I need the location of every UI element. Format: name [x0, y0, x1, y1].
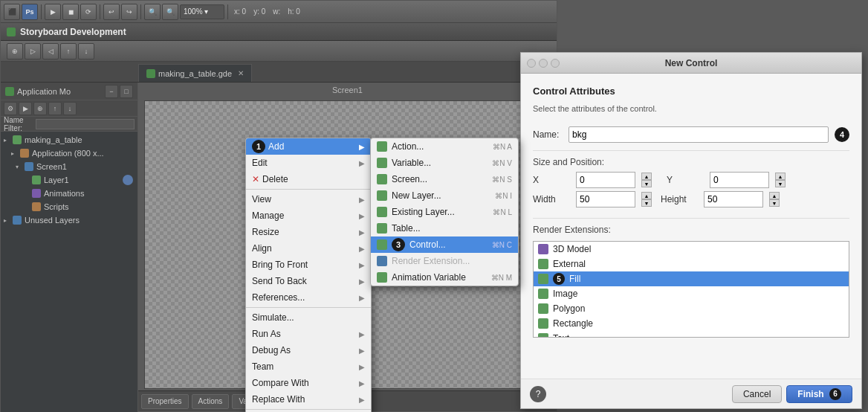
menu-item-delete[interactable]: ✕ Delete	[246, 171, 371, 187]
submenu-control[interactable]: 3 Control... ⌘N C	[371, 236, 518, 253]
win-close[interactable]	[527, 59, 536, 68]
name-filter-input[interactable]	[36, 119, 135, 129]
menu-item-bring-front[interactable]: Bring To Front ▶	[246, 257, 371, 273]
ctb-btn-2[interactable]: ▷	[25, 43, 41, 59]
lp-btn-5[interactable]: ↓	[63, 102, 77, 115]
lp-btn-4[interactable]: ↑	[48, 102, 62, 115]
menu-item-team[interactable]: Team ▶	[246, 358, 371, 375]
submenu-new-layer[interactable]: New Layer... ⌘N I	[371, 187, 518, 204]
render-label-text: Text	[553, 333, 569, 338]
tree-app[interactable]: ▸ Application (800 x...	[2, 147, 136, 160]
width-down[interactable]: ▼	[641, 199, 652, 207]
sub-icon-control	[377, 239, 387, 250]
storyboard-icon	[7, 28, 16, 36]
left-panel-title: Application Mo	[17, 87, 71, 96]
toolbar-btn-4[interactable]: ⟳	[80, 4, 97, 20]
menu-item-run-as[interactable]: Run As ▶	[246, 326, 371, 342]
width-input[interactable]	[576, 191, 635, 207]
submenu-anim-var[interactable]: Animation Variable ⌘N M	[371, 269, 518, 286]
height-down[interactable]: ▼	[769, 199, 780, 207]
menu-item-align[interactable]: Align ▶	[246, 240, 371, 257]
toolbar-btn-6[interactable]: ↪	[121, 4, 137, 20]
y-down[interactable]: ▼	[775, 180, 786, 187]
toolbar-btn-5[interactable]: ↩	[103, 4, 120, 20]
x-input[interactable]	[576, 172, 635, 188]
render-item-fill[interactable]: 5 Fill	[534, 271, 849, 286]
render-item-image[interactable]: Image	[534, 286, 849, 301]
ctb-btn-4[interactable]: ↑	[60, 43, 77, 59]
menu-item-references[interactable]: References... ▶	[246, 289, 371, 306]
name-filter-label: Name Filter:	[4, 116, 33, 132]
toolbar-btn-ps[interactable]: Ps	[22, 4, 38, 20]
bottom-tab-properties[interactable]: Properties	[141, 394, 189, 409]
height-input[interactable]	[704, 191, 763, 207]
name-row: Name: 4	[533, 126, 849, 143]
menu-item-compare[interactable]: Compare With ▶	[246, 375, 371, 391]
tree-icon-unused	[13, 216, 22, 225]
render-item-text[interactable]: Text	[534, 331, 849, 338]
bottom-tab-actions[interactable]: Actions	[192, 394, 230, 409]
menu-edit-label: Edit	[252, 158, 268, 168]
tree-label-root: making_a_table	[25, 135, 82, 144]
win-min[interactable]	[539, 59, 548, 68]
menu-item-edit[interactable]: Edit ▶	[246, 155, 371, 171]
menu-item-replace[interactable]: Replace With ▶	[246, 391, 371, 408]
menu-item-resize[interactable]: Resize ▶	[246, 224, 371, 240]
sub-label-render-ext: Render Extension...	[392, 256, 470, 266]
coord-x: x: 0	[231, 7, 249, 16]
width-up[interactable]: ▲	[641, 192, 652, 199]
submenu-existing-layer[interactable]: Existing Layer... ⌘N L	[371, 204, 518, 220]
zoom-dropdown[interactable]: 100% ▾	[180, 4, 224, 19]
menu-item-add[interactable]: 1 Add ▶	[246, 138, 371, 155]
tree-unused[interactable]: ▸ Unused Layers	[2, 213, 136, 227]
submenu-variable[interactable]: Variable... ⌘N V	[371, 155, 518, 171]
tree-scripts[interactable]: . Scripts	[2, 200, 136, 213]
ctb-btn-3[interactable]: ◁	[42, 43, 59, 59]
render-item-polygon[interactable]: Polygon	[534, 301, 849, 316]
lp-btn-2[interactable]: ▶	[19, 102, 32, 115]
toolbar-btn-3[interactable]: ◼	[62, 4, 79, 20]
y-up[interactable]: ▲	[775, 173, 786, 180]
lbp-maximize[interactable]: □	[120, 85, 133, 98]
menu-run-label: Run As	[252, 329, 281, 339]
file-tab-close[interactable]: ✕	[238, 69, 244, 77]
ctb-btn-1[interactable]: ⊕	[7, 43, 23, 59]
eye-icon-layer1[interactable]	[123, 175, 133, 185]
menu-item-simulate[interactable]: Simulate...	[246, 309, 371, 326]
lp-btn-1[interactable]: ⚙	[4, 102, 17, 115]
lp-btn-3[interactable]: ⊕	[33, 102, 47, 115]
menu-bring-front-label: Bring To Front	[252, 260, 308, 270]
toolbar-btn-1[interactable]: ⬛	[4, 4, 20, 20]
help-icon[interactable]: ?	[530, 386, 546, 402]
name-input[interactable]	[569, 126, 829, 143]
menu-item-view[interactable]: View ▶	[246, 191, 371, 207]
cancel-button[interactable]: Cancel	[732, 385, 782, 403]
file-tab[interactable]: making_a_table.gde ✕	[138, 64, 252, 82]
lbp-minimize[interactable]: −	[105, 85, 118, 98]
submenu-table[interactable]: Table...	[371, 220, 518, 236]
render-item-3d[interactable]: 3D Model	[534, 242, 849, 257]
tree-root[interactable]: ▸ making_a_table	[2, 133, 136, 147]
menu-item-send-back[interactable]: Send To Back ▶	[246, 273, 371, 289]
finish-button[interactable]: Finish 6	[786, 385, 852, 403]
submenu-screen[interactable]: Screen... ⌘N S	[371, 171, 518, 187]
x-down[interactable]: ▼	[641, 180, 652, 187]
menu-item-debug-as[interactable]: Debug As ▶	[246, 342, 371, 358]
win-max[interactable]	[551, 59, 560, 68]
render-item-external[interactable]: External	[534, 257, 849, 271]
submenu-action[interactable]: Action... ⌘N A	[371, 138, 518, 155]
ctb-btn-5[interactable]: ↓	[78, 43, 94, 59]
y-input[interactable]	[710, 172, 769, 188]
tree-layer1[interactable]: . Layer1	[2, 173, 136, 187]
zoom-out-btn[interactable]: 🔍	[162, 4, 178, 20]
zoom-in-btn[interactable]: 🔍	[144, 4, 161, 20]
x-up[interactable]: ▲	[641, 173, 652, 180]
render-item-rectangle[interactable]: Rectangle	[534, 316, 849, 331]
tree-screen[interactable]: ▾ Screen1	[2, 160, 136, 173]
badge-3: 3	[392, 238, 405, 251]
sub-shortcut-control: ⌘N C	[492, 241, 512, 249]
height-up[interactable]: ▲	[769, 192, 780, 199]
menu-item-manage[interactable]: Manage ▶	[246, 207, 371, 224]
tree-animations[interactable]: . Animations	[2, 187, 136, 200]
toolbar-btn-2[interactable]: ▶	[45, 4, 61, 20]
